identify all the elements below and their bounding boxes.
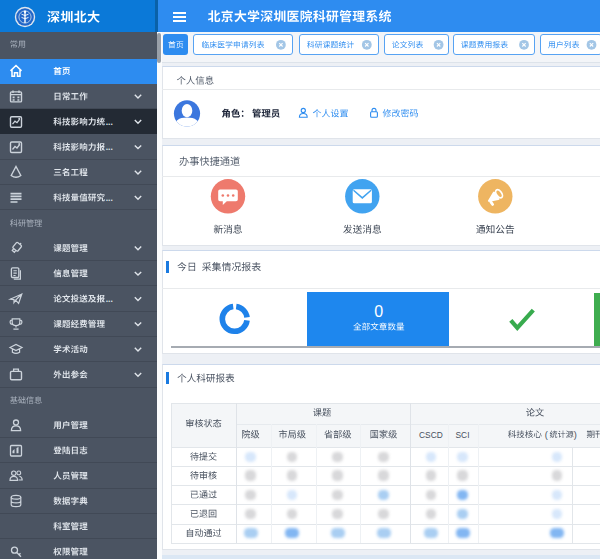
svg-text:): ) <box>574 430 577 440</box>
svg-text:...: ... <box>106 294 113 304</box>
svg-text:...: ... <box>106 193 113 203</box>
svg-text:0: 0 <box>374 303 383 320</box>
svg-text:SCI: SCI <box>456 430 470 440</box>
svg-text:...: ... <box>106 117 113 127</box>
svg-text:...: ... <box>106 142 113 152</box>
svg-text:(: ( <box>545 430 548 440</box>
svg-text:CSCD: CSCD <box>419 430 443 440</box>
